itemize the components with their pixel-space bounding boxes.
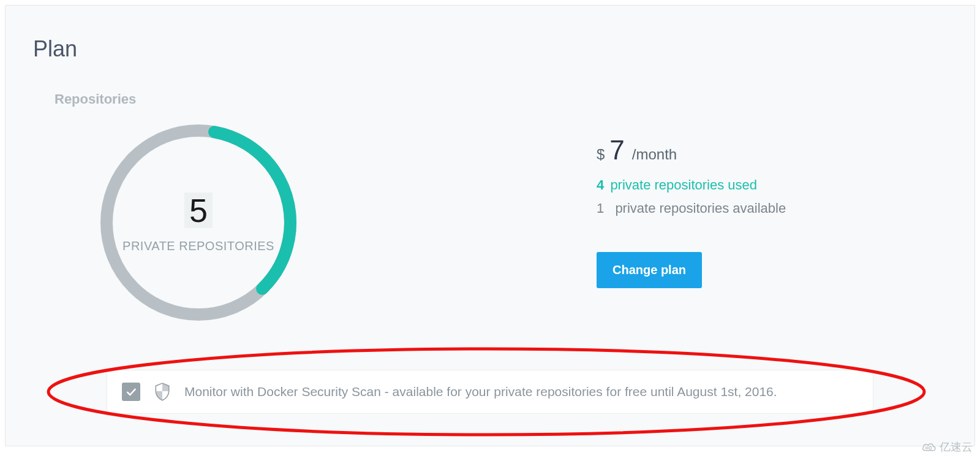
plan-details: $ 7 /month 4 private repositories used 1… bbox=[597, 118, 786, 288]
security-scan-checkbox[interactable] bbox=[122, 383, 140, 401]
svg-point-4 bbox=[929, 447, 932, 449]
price-line: $ 7 /month bbox=[597, 137, 786, 164]
page-title: Plan bbox=[33, 36, 947, 62]
watermark: 亿速云 bbox=[921, 440, 973, 454]
watermark-text: 亿速云 bbox=[940, 440, 973, 454]
repos-available-line: 1 private repositories available bbox=[597, 200, 786, 216]
price-amount: 7 bbox=[609, 137, 624, 164]
security-scan-text: Monitor with Docker Security Scan - avai… bbox=[184, 383, 777, 400]
security-scan-row: Monitor with Docker Security Scan - avai… bbox=[107, 370, 873, 414]
shield-icon bbox=[154, 383, 171, 400]
price-period: /month bbox=[632, 146, 677, 163]
repos-used-text: private repositories used bbox=[610, 177, 757, 193]
checkmark-icon bbox=[125, 386, 137, 398]
donut-total: 5 bbox=[184, 193, 213, 228]
repositories-label: Repositories bbox=[55, 91, 947, 107]
price-currency: $ bbox=[597, 146, 605, 163]
svg-point-3 bbox=[925, 447, 927, 449]
donut-label: PRIVATE REPOSITORIES bbox=[123, 239, 274, 253]
repos-used-line: 4 private repositories used bbox=[597, 177, 786, 193]
cloud-icon bbox=[921, 441, 937, 453]
plan-panel: Plan Repositories 5 PRIVATE REPOSITORIES… bbox=[5, 5, 975, 446]
change-plan-button[interactable]: Change plan bbox=[597, 252, 702, 288]
repos-donut-chart: 5 PRIVATE REPOSITORIES bbox=[94, 118, 303, 327]
repos-available-text: private repositories available bbox=[615, 200, 786, 216]
plan-content-row: 5 PRIVATE REPOSITORIES $ 7 /month 4 priv… bbox=[94, 118, 947, 327]
donut-center: 5 PRIVATE REPOSITORIES bbox=[123, 193, 274, 253]
repos-used-count: 4 bbox=[597, 177, 604, 193]
repos-available-count: 1 bbox=[597, 200, 604, 216]
